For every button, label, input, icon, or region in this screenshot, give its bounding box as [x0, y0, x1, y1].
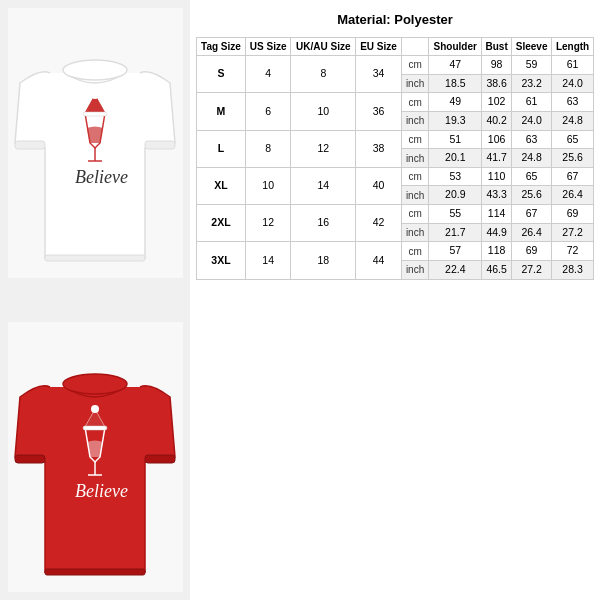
sleeve-inch: 23.2 [512, 74, 552, 93]
svg-rect-6 [83, 112, 107, 116]
svg-rect-2 [145, 141, 175, 149]
cm-unit: cm [401, 167, 429, 186]
eu-size-cell: 38 [356, 130, 401, 167]
bust-cm: 102 [482, 93, 512, 112]
sleeve-inch: 24.8 [512, 149, 552, 168]
length-cm: 72 [552, 242, 594, 261]
cm-unit: cm [401, 205, 429, 224]
size-table: Tag Size US Size UK/AU Size EU Size Shou… [196, 37, 594, 280]
length-inch: 25.6 [552, 149, 594, 168]
white-sweatshirt-svg: Believe [10, 13, 180, 273]
svg-rect-10 [15, 455, 45, 463]
tag-size-cell: S [197, 56, 246, 93]
length-inch: 26.4 [552, 186, 594, 205]
col-shoulder: Shoulder [429, 38, 482, 56]
sleeve-inch: 26.4 [512, 223, 552, 242]
sleeve-inch: 25.6 [512, 186, 552, 205]
sleeve-inch: 27.2 [512, 261, 552, 280]
ukau-size-cell: 18 [291, 242, 356, 279]
inch-unit: inch [401, 186, 429, 205]
table-row: L 8 12 38 cm 51 106 63 65 [197, 130, 594, 149]
inch-unit: inch [401, 149, 429, 168]
table-row: 3XL 14 18 44 cm 57 118 69 72 [197, 242, 594, 261]
bust-inch: 40.2 [482, 111, 512, 130]
tag-size-cell: 3XL [197, 242, 246, 279]
shoulder-inch: 20.9 [429, 186, 482, 205]
table-row: 2XL 12 16 42 cm 55 114 67 69 [197, 205, 594, 224]
eu-size-cell: 36 [356, 93, 401, 130]
shoulder-inch: 20.1 [429, 149, 482, 168]
sleeve-inch: 24.0 [512, 111, 552, 130]
eu-size-cell: 42 [356, 205, 401, 242]
eu-size-cell: 40 [356, 167, 401, 204]
shoulder-inch: 19.3 [429, 111, 482, 130]
bust-cm: 98 [482, 56, 512, 75]
svg-rect-11 [145, 455, 175, 463]
col-bust: Bust [482, 38, 512, 56]
divider [8, 295, 183, 305]
bust-cm: 114 [482, 205, 512, 224]
length-cm: 65 [552, 130, 594, 149]
svg-point-9 [63, 374, 127, 394]
svg-point-16 [91, 405, 99, 413]
ukau-size-cell: 12 [291, 130, 356, 167]
length-cm: 61 [552, 56, 594, 75]
sleeve-cm: 65 [512, 167, 552, 186]
col-unit-header [401, 38, 429, 56]
shoulder-cm: 47 [429, 56, 482, 75]
us-size-cell: 12 [245, 205, 290, 242]
us-size-cell: 14 [245, 242, 290, 279]
col-tag-size: Tag Size [197, 38, 246, 56]
main-container: Believe [0, 0, 600, 600]
ukau-size-cell: 16 [291, 205, 356, 242]
tag-size-cell: M [197, 93, 246, 130]
cm-unit: cm [401, 56, 429, 75]
table-row: XL 10 14 40 cm 53 110 65 67 [197, 167, 594, 186]
bust-cm: 118 [482, 242, 512, 261]
eu-size-cell: 34 [356, 56, 401, 93]
svg-text:Believe: Believe [75, 167, 128, 187]
col-eu-size: EU Size [356, 38, 401, 56]
white-sweatshirt: Believe [8, 8, 183, 278]
inch-unit: inch [401, 223, 429, 242]
length-inch: 24.8 [552, 111, 594, 130]
svg-rect-15 [83, 426, 107, 430]
shoulder-cm: 51 [429, 130, 482, 149]
sleeve-cm: 67 [512, 205, 552, 224]
shoulder-inch: 21.7 [429, 223, 482, 242]
bust-inch: 38.6 [482, 74, 512, 93]
svg-text:Believe: Believe [75, 481, 128, 501]
red-sweatshirt-svg: Believe [10, 327, 180, 587]
shoulder-inch: 22.4 [429, 261, 482, 280]
shoulder-cm: 57 [429, 242, 482, 261]
us-size-cell: 6 [245, 93, 290, 130]
inch-unit: inch [401, 74, 429, 93]
tag-size-cell: XL [197, 167, 246, 204]
ukau-size-cell: 10 [291, 93, 356, 130]
ukau-size-cell: 14 [291, 167, 356, 204]
us-size-cell: 10 [245, 167, 290, 204]
length-cm: 67 [552, 167, 594, 186]
svg-rect-12 [45, 569, 145, 575]
length-cm: 63 [552, 93, 594, 112]
shoulder-inch: 18.5 [429, 74, 482, 93]
svg-rect-3 [45, 255, 145, 261]
bust-inch: 43.3 [482, 186, 512, 205]
svg-point-0 [63, 60, 127, 80]
tag-size-cell: 2XL [197, 205, 246, 242]
cm-unit: cm [401, 242, 429, 261]
cm-unit: cm [401, 93, 429, 112]
bust-inch: 41.7 [482, 149, 512, 168]
svg-point-7 [91, 91, 99, 99]
us-size-cell: 8 [245, 130, 290, 167]
sleeve-cm: 61 [512, 93, 552, 112]
bust-cm: 106 [482, 130, 512, 149]
image-panel: Believe [0, 0, 190, 600]
tag-size-cell: L [197, 130, 246, 167]
col-ukau-size: UK/AU Size [291, 38, 356, 56]
sleeve-cm: 69 [512, 242, 552, 261]
length-inch: 27.2 [552, 223, 594, 242]
red-sweatshirt: Believe [8, 322, 183, 592]
length-inch: 28.3 [552, 261, 594, 280]
cm-unit: cm [401, 130, 429, 149]
